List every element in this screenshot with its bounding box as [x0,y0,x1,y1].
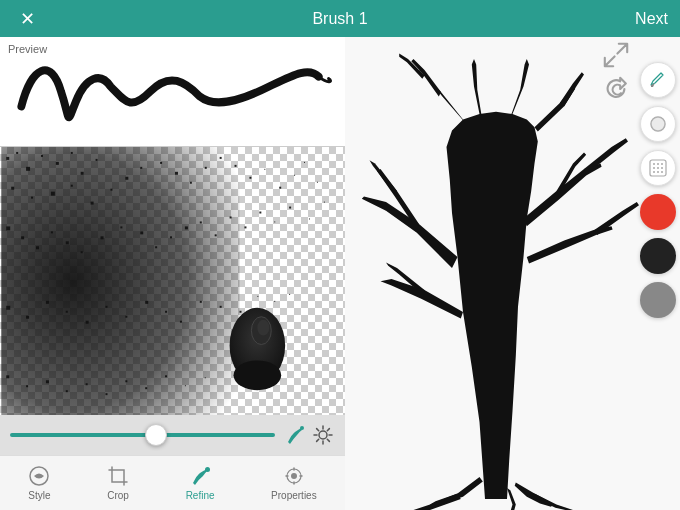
slider-icons [283,423,335,447]
settings-icon[interactable] [311,423,335,447]
color-gray-button[interactable] [640,282,676,318]
svg-rect-11 [51,192,55,196]
svg-rect-27 [304,162,305,163]
svg-rect-21 [220,157,222,159]
svg-rect-58 [165,311,167,313]
svg-point-98 [657,171,659,173]
svg-rect-9 [11,187,14,190]
svg-rect-67 [26,385,28,387]
svg-rect-18 [175,172,178,175]
svg-rect-37 [140,231,143,234]
toolbar-item-style[interactable]: Style [20,461,58,505]
svg-rect-65 [289,294,290,295]
brush-stroke-svg [0,37,345,146]
header-title: Brush 1 [312,10,367,28]
svg-rect-54 [86,321,89,324]
svg-rect-23 [249,177,251,179]
svg-rect-16 [140,167,142,169]
svg-rect-17 [160,162,162,164]
svg-rect-7 [81,172,84,175]
expand-icon[interactable] [602,41,630,69]
brush-color-icon[interactable] [283,423,307,447]
drawing-canvas[interactable] [345,37,680,510]
next-button[interactable]: Next [635,10,668,28]
svg-rect-74 [165,375,167,377]
svg-rect-33 [66,241,69,244]
svg-point-92 [657,163,659,165]
preview-area: Preview [0,37,345,147]
svg-rect-72 [125,380,127,382]
svg-rect-1 [6,157,9,160]
svg-rect-36 [120,226,122,228]
svg-rect-68 [46,380,49,383]
svg-rect-2 [16,152,18,154]
svg-rect-31 [36,246,39,249]
svg-rect-24 [264,169,265,170]
svg-rect-70 [86,383,88,385]
toolbar-item-crop[interactable]: Crop [99,461,137,505]
svg-rect-5 [56,162,59,165]
style-icon [28,465,50,487]
svg-rect-8 [96,159,98,161]
svg-rect-52 [46,301,49,304]
svg-rect-57 [145,301,148,304]
svg-rect-26 [294,175,295,176]
color-red-button[interactable] [640,194,676,230]
texture-button[interactable] [640,150,676,186]
svg-rect-45 [259,212,261,214]
svg-point-85 [291,473,297,479]
svg-rect-41 [200,221,202,223]
svg-rect-43 [230,216,232,218]
svg-rect-32 [51,231,53,233]
svg-rect-60 [200,301,202,303]
svg-rect-3 [26,167,30,171]
brush-size-slider[interactable] [10,433,275,437]
bottom-toolbar: Style Crop [0,455,345,510]
svg-rect-29 [6,226,10,230]
svg-rect-6 [71,152,73,154]
refine-icon [189,465,211,487]
pencil-button[interactable] [640,62,676,98]
svg-rect-76 [205,377,206,378]
svg-rect-51 [26,316,29,319]
opacity-button[interactable] [640,106,676,142]
svg-rect-55 [106,306,108,308]
toolbar-item-refine[interactable]: Refine [178,461,223,505]
svg-rect-22 [235,165,237,167]
svg-rect-53 [66,311,68,313]
svg-point-82 [319,431,327,439]
close-button[interactable]: ✕ [12,8,42,30]
svg-rect-44 [244,226,246,228]
svg-point-97 [653,171,655,173]
svg-point-95 [657,167,659,169]
svg-rect-50 [6,306,10,310]
svg-rect-47 [289,207,291,209]
svg-point-80 [257,320,269,336]
slider-area [0,415,345,455]
style-label: Style [28,490,50,501]
svg-rect-0 [1,147,239,415]
svg-rect-46 [274,221,275,222]
svg-rect-20 [205,167,207,169]
brush-canvas-svg [0,147,345,415]
svg-rect-73 [145,387,147,389]
header-bar: ✕ Brush 1 Next [0,0,680,37]
svg-point-96 [661,167,663,169]
svg-rect-66 [6,375,9,378]
svg-rect-42 [215,234,217,236]
svg-rect-30 [21,236,24,239]
svg-rect-12 [71,185,73,187]
svg-rect-28 [317,182,318,183]
refresh-icon[interactable] [602,75,630,103]
svg-point-94 [653,167,655,169]
slider-thumb[interactable] [145,424,167,446]
svg-rect-14 [110,189,112,191]
canvas-area[interactable] [0,147,345,415]
color-black-button[interactable] [640,238,676,274]
svg-rect-19 [190,182,192,184]
toolbar-item-properties[interactable]: Properties [263,461,325,505]
svg-rect-62 [240,311,242,313]
svg-point-78 [234,360,282,390]
svg-rect-71 [106,393,108,395]
svg-rect-4 [41,155,43,157]
